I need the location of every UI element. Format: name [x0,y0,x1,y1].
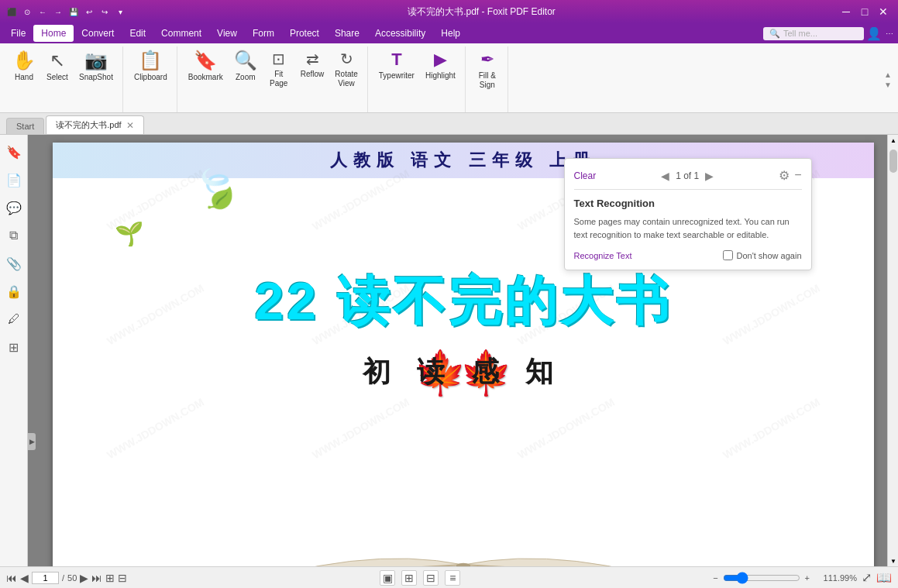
undo-icon[interactable]: ↩ [84,6,95,17]
panel-next-arrow[interactable]: ▶ [705,170,714,182]
page-separator: / [62,573,64,583]
sidebar-bookmark-icon[interactable]: 🔖 [3,141,25,163]
page-number-input[interactable] [32,572,59,584]
maximize-button[interactable]: □ [856,3,873,20]
hand-icon: ✋ [12,51,36,70]
hand-button[interactable]: ✋ Hand [8,48,40,105]
sidebar-combine-icon[interactable]: ⊞ [3,336,25,358]
bookmark-icon: 🔖 [194,51,217,70]
tab-pdf-label: 读不完的大书.pdf [56,119,121,131]
scroll-track[interactable] [888,146,898,555]
sidebar-stamp-icon[interactable]: 🖊 [3,308,25,330]
panel-minimize-icon[interactable]: − [794,168,801,183]
edit-group: T Typewriter ▶ Highlight [370,46,466,112]
window-title: 读不完的大书.pdf - Foxit PDF Editor [126,5,838,19]
fit-width-button[interactable]: ⊟ [118,572,127,584]
select-button[interactable]: ↖ Select [42,48,73,105]
select-label: Select [46,73,68,82]
menubar: File Home Convert Edit Comment View Form… [0,23,898,43]
statusbar-center: ▣ ⊞ ⊟ ≡ [132,570,708,586]
tab-start[interactable]: Start [6,118,44,134]
user-icon[interactable]: 👤 [869,28,879,39]
reading-mode-button[interactable]: 📖 [876,570,892,585]
single-page-view-button[interactable]: ▣ [380,570,395,586]
typewriter-label: Typewriter [379,71,415,81]
close-button[interactable]: ✕ [875,3,892,20]
sidebar-collapse-button[interactable]: ▶ [28,433,36,450]
panel-controls: ⚙ − [779,168,801,183]
dont-show-label[interactable]: Don't show again [723,250,801,260]
panel-nav: Clear ◀ 1 of 1 ▶ ⚙ − [574,168,802,190]
options-icon[interactable]: ▾ [115,6,126,17]
dont-show-checkbox[interactable] [723,250,733,260]
rotate-view-button[interactable]: ↻ RotateView [330,48,362,105]
snapshot-icon: 📷 [84,51,108,70]
tell-me-input[interactable]: Tell me... [783,29,817,38]
panel-clear-button[interactable]: Clear [574,170,597,181]
fill-sign-button[interactable]: ✒ Fill &Sign [472,48,503,105]
vertical-scrollbar[interactable]: ▲ ▼ [887,135,898,566]
typewriter-button[interactable]: T Typewriter [374,48,419,105]
panel-settings-icon[interactable]: ⚙ [779,168,790,183]
overflow-icon[interactable]: ⋯ [884,28,895,39]
zoom-slider[interactable] [723,572,800,584]
fit-page-button[interactable]: ⊡ FitPage [263,48,294,105]
zoom-button[interactable]: 🔍 Zoom [229,48,262,105]
menu-edit[interactable]: Edit [122,25,153,42]
sidebar-pages-icon[interactable]: 📄 [3,169,25,191]
titlebar: ⬛ ⊙ ← → 💾 ↩ ↪ ▾ 读不完的大书.pdf - Foxit PDF E… [0,0,898,23]
fit-screen-button[interactable]: ⤢ [862,570,872,585]
prev-page-button[interactable]: ◀ [20,572,29,584]
tab-pdf[interactable]: 读不完的大书.pdf ✕ [46,115,143,134]
fit-page-label: FitPage [270,70,287,88]
tell-me-box[interactable]: 🔍 Tell me... [763,27,864,40]
highlight-button[interactable]: ▶ Highlight [421,48,460,105]
panel-prev-arrow[interactable]: ◀ [661,170,669,182]
menu-protect[interactable]: Protect [282,25,327,42]
menu-help[interactable]: Help [433,25,468,42]
text-recognition-panel: Clear ◀ 1 of 1 ▶ ⚙ − Text Recognition So… [564,158,812,270]
ribbon-scroll-down[interactable]: ▼ [884,81,892,89]
sidebar-security-icon[interactable]: 🔒 [3,280,25,302]
menu-convert[interactable]: Convert [74,25,122,42]
sidebar-comments-icon[interactable]: 💬 [3,197,25,218]
menu-comment[interactable]: Comment [153,25,209,42]
minimize-button[interactable]: ─ [838,3,855,20]
panel-title: Text Recognition [574,198,802,209]
fill-sign-icon: ✒ [480,51,494,68]
fit-window-button[interactable]: ⊞ [105,572,115,584]
zoom-in-icon[interactable]: + [805,573,810,583]
first-page-button[interactable]: ⏮ [6,572,17,584]
scroll-down-arrow[interactable]: ▼ [888,555,898,566]
tab-close-button[interactable]: ✕ [126,120,134,131]
tabs-bar: Start 读不完的大书.pdf ✕ [0,113,898,135]
menu-share[interactable]: Share [327,25,367,42]
recognize-text-link[interactable]: Recognize Text [574,251,632,260]
menu-accessibility[interactable]: Accessibility [367,25,433,42]
main-area: 🔖 📄 💬 ⧉ 📎 🔒 🖊 ⊞ ▶ ▲ ▼ 人教版 语文 三年级 上册 [0,135,898,566]
clipboard-button[interactable]: 📋 Clipboard [129,48,172,105]
ribbon-scroll-up[interactable]: ▲ [884,70,892,79]
redo-icon[interactable]: ↪ [99,6,110,17]
sidebar-layers-icon[interactable]: ⧉ [3,225,25,246]
scroll-thumb[interactable] [889,150,897,173]
last-page-button[interactable]: ⏭ [91,572,102,584]
next-page-button[interactable]: ▶ [80,572,88,584]
menu-form[interactable]: Form [245,25,282,42]
sidebar-attachments-icon[interactable]: 📎 [3,253,25,274]
zoom-icon: 🔍 [234,51,257,70]
thumbnail-view-button[interactable]: ⊟ [423,570,439,586]
menu-file[interactable]: File [3,25,33,42]
snapshot-button[interactable]: 📷 SnapShot [74,48,118,105]
menu-view[interactable]: View [209,25,245,42]
continuous-view-button[interactable]: ≡ [445,570,460,586]
watermark-cell: WWW.JDDOWN.COM [53,213,273,414]
menu-home[interactable]: Home [33,25,74,42]
bookmark-button[interactable]: 🔖 Bookmark [184,48,228,105]
reflow-button[interactable]: ⇄ Reflow [296,48,329,105]
zoom-out-icon[interactable]: − [713,573,717,583]
edit-group-items: T Typewriter ▶ Highlight [374,48,460,112]
two-page-view-button[interactable]: ⊞ [401,570,417,586]
rotate-view-icon: ↻ [340,51,353,67]
scroll-up-arrow[interactable]: ▲ [888,135,898,146]
